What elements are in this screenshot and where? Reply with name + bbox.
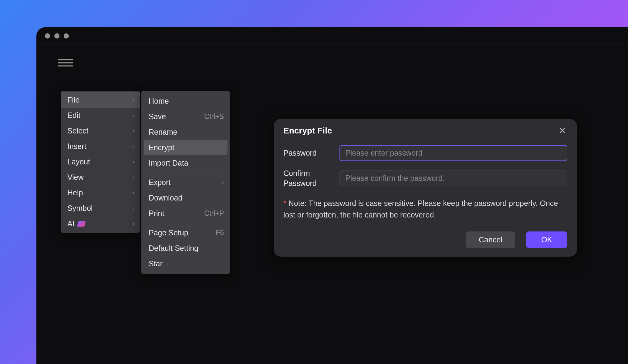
password-label: Password (283, 148, 339, 158)
menu-item-label: File (67, 96, 79, 104)
chevron-right-icon: › (133, 205, 134, 211)
hamburger-icon (58, 59, 73, 60)
submenu-item-label: Export (149, 178, 171, 187)
chevron-right-icon: › (133, 190, 134, 196)
submenu-item-label: Home (149, 97, 169, 106)
menu-item-select[interactable]: Select › (61, 123, 140, 139)
submenu-item-label: Save (149, 112, 166, 121)
encrypt-dialog: Encrypt File ✕ Password Confirm Password… (274, 119, 577, 257)
main-menu: File › Edit › Select › Insert › Layout ›… (61, 91, 140, 233)
submenu-item-label: Default Setting (149, 244, 198, 253)
menu-item-label: Insert (67, 142, 86, 151)
traffic-light-close[interactable] (45, 33, 50, 39)
chevron-right-icon: › (133, 112, 134, 119)
submenu-item-encrypt[interactable]: Encrypt (144, 140, 228, 155)
close-icon: ✕ (559, 126, 566, 136)
password-row: Password (283, 145, 567, 161)
note-asterisk: * (283, 199, 286, 207)
hamburger-icon (58, 62, 73, 63)
traffic-light-minimize[interactable] (54, 33, 59, 39)
menu-item-label: AI (67, 219, 85, 228)
toolbar (36, 45, 628, 70)
submenu-shortcut: Ctrl+P (204, 209, 224, 217)
menu-item-insert[interactable]: Insert › (61, 139, 140, 154)
menu-item-label: Layout (67, 157, 90, 166)
traffic-lights (45, 33, 69, 39)
dialog-note: * Note: The password is case sensitive. … (283, 198, 567, 221)
hamburger-icon (58, 66, 73, 66)
menu-item-view[interactable]: View › (61, 170, 140, 185)
submenu-item-label: Print (149, 209, 164, 218)
close-button[interactable]: ✕ (557, 125, 567, 136)
menu-item-label: Help (67, 188, 83, 197)
submenu-item-default-setting[interactable]: Default Setting (141, 241, 230, 256)
ai-badge-icon (77, 221, 86, 227)
submenu-item-label: Import Data (149, 159, 188, 167)
password-input[interactable] (339, 145, 567, 161)
menu-item-label: Select (67, 126, 88, 135)
menu-item-help[interactable]: Help › (61, 185, 140, 201)
chevron-right-icon: › (133, 174, 134, 180)
submenu-item-label: Download (149, 194, 182, 202)
submenu-item-save[interactable]: Save Ctrl+S (141, 109, 230, 124)
chevron-right-icon: › (133, 159, 134, 165)
ok-button[interactable]: OK (526, 231, 567, 248)
chevron-right-icon: › (222, 179, 224, 186)
submenu-divider (146, 223, 226, 223)
menu-item-symbol[interactable]: Symbol › (61, 201, 140, 216)
confirm-password-input[interactable] (339, 170, 567, 186)
dialog-buttons: Cancel OK (283, 231, 567, 248)
file-submenu: Home Save Ctrl+S Rename Encrypt Import D… (141, 91, 230, 274)
titlebar (36, 27, 628, 45)
submenu-item-label: Encrypt (149, 143, 174, 152)
submenu-item-export[interactable]: Export › (141, 175, 230, 190)
menu-item-layout[interactable]: Layout › (61, 154, 140, 170)
submenu-item-download[interactable]: Download (141, 190, 230, 206)
hamburger-menu-button[interactable] (58, 55, 73, 70)
chevron-right-icon: › (133, 128, 134, 134)
menu-item-ai[interactable]: AI › (61, 216, 140, 231)
submenu-item-label: Star (149, 259, 163, 268)
submenu-item-star[interactable]: Star (141, 256, 230, 271)
submenu-shortcut: F6 (216, 229, 224, 237)
submenu-item-label: Rename (149, 128, 177, 136)
menu-item-label: Edit (67, 111, 80, 120)
menu-item-label: Symbol (67, 204, 93, 213)
submenu-item-print[interactable]: Print Ctrl+P (141, 206, 230, 221)
confirm-password-row: Confirm Password (283, 168, 567, 188)
submenu-item-label: Page Setup (149, 228, 188, 237)
cancel-button[interactable]: Cancel (466, 231, 515, 248)
dialog-header: Encrypt File ✕ (283, 125, 567, 136)
chevron-right-icon: › (133, 221, 134, 227)
chevron-right-icon: › (133, 97, 134, 103)
traffic-light-maximize[interactable] (64, 33, 69, 39)
submenu-item-rename[interactable]: Rename (141, 124, 230, 140)
menu-item-file[interactable]: File › (61, 92, 140, 108)
submenu-item-home[interactable]: Home (141, 93, 230, 109)
menu-item-edit[interactable]: Edit › (61, 108, 140, 123)
submenu-shortcut: Ctrl+S (204, 113, 224, 121)
submenu-divider (146, 173, 226, 173)
chevron-right-icon: › (133, 143, 134, 150)
dialog-title: Encrypt File (283, 126, 332, 136)
confirm-password-label: Confirm Password (283, 168, 339, 188)
note-text: Note: The password is case sensitive. Pl… (283, 199, 558, 219)
submenu-item-page-setup[interactable]: Page Setup F6 (141, 225, 230, 241)
menu-item-label: View (67, 173, 84, 182)
submenu-item-import-data[interactable]: Import Data (141, 155, 230, 171)
